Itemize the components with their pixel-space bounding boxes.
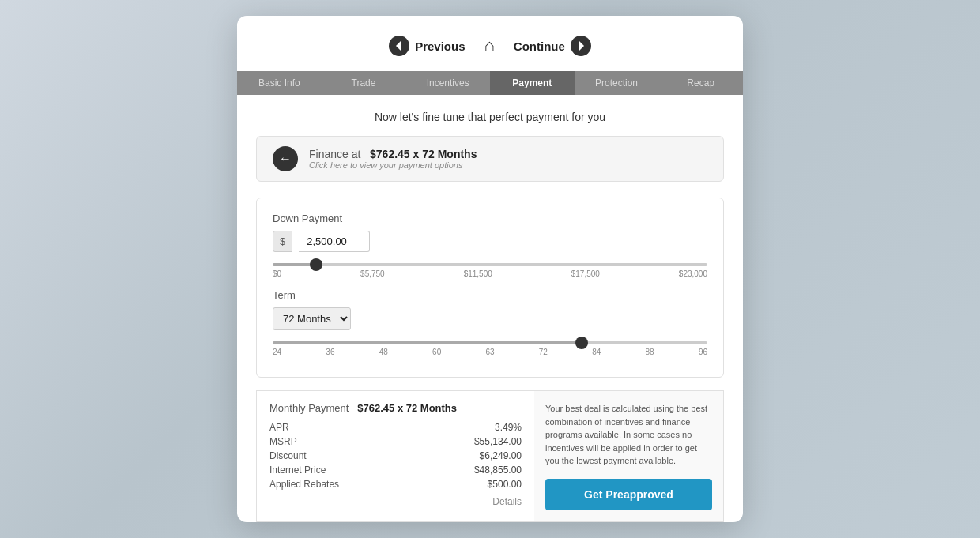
term-label-48: 48 (379, 348, 388, 356)
term-label-96: 96 (699, 348, 707, 356)
term-label-24: 24 (273, 348, 281, 356)
term-slider-labels: 24 36 48 60 63 72 84 88 96 (273, 348, 707, 356)
term-label-88: 88 (646, 348, 654, 356)
down-payment-slider[interactable]: $0 $5,750 $11,500 $17,500 $23,000 (273, 263, 707, 278)
term-input-row: 24 36 48 60 63 72 Months 84 88 96 (273, 307, 707, 330)
previous-label: Previous (415, 40, 465, 53)
info-text: Your best deal is calculated using the b… (545, 402, 712, 468)
down-label-0: $0 (273, 269, 281, 278)
down-label-1: $5,750 (360, 269, 385, 278)
detail-row-msrp: MSRP $55,134.00 (270, 436, 522, 447)
finance-sub: Click here to view your payment options (309, 160, 477, 170)
detail-row-internet-price: Internet Price $48,855.00 (270, 465, 522, 476)
term-label-72: 72 (539, 348, 548, 356)
down-payment-slider-labels: $0 $5,750 $11,500 $17,500 $23,000 (273, 269, 707, 278)
down-payment-label: Down Payment (273, 213, 707, 224)
bottom-panels: Monthly Payment $762.45 x 72 Months APR … (256, 390, 724, 522)
down-label-2: $11,500 (464, 269, 492, 278)
steps-bar: Basic Info Trade Incentives Payment Prot… (237, 71, 743, 95)
finance-main: Finance at $762.45 x 72 Months (309, 148, 477, 160)
internet-price-value: $48,855.00 (474, 465, 522, 476)
previous-icon (388, 35, 410, 57)
discount-label: Discount (270, 450, 307, 461)
step-trade[interactable]: Trade (322, 71, 406, 95)
down-payment-input[interactable] (299, 231, 370, 252)
dollar-sign: $ (273, 231, 292, 252)
step-incentives[interactable]: Incentives (405, 71, 490, 95)
discount-value: $6,249.00 (480, 450, 522, 461)
payment-header: Monthly Payment $762.45 x 72 Months (270, 402, 522, 414)
step-basic-info[interactable]: Basic Info (237, 71, 322, 95)
down-payment-input-row: $ (273, 231, 707, 252)
details-link[interactable]: Details (270, 496, 522, 507)
modal-container: Previous ⌂ Continue Basic Info Trade Inc… (237, 16, 743, 522)
term-label-60: 60 (432, 348, 441, 356)
apr-label: APR (270, 422, 289, 433)
payment-details-panel: Monthly Payment $762.45 x 72 Months APR … (256, 390, 534, 522)
continue-button[interactable]: Continue (514, 35, 592, 57)
apr-value: 3.49% (495, 422, 522, 433)
term-slider[interactable]: 24 36 48 60 63 72 84 88 96 (273, 341, 707, 356)
term-label-84: 84 (592, 348, 601, 356)
down-label-3: $17,500 (571, 269, 600, 278)
info-panel: Your best deal is calculated using the b… (534, 390, 724, 522)
monthly-payment-label: Monthly Payment (270, 402, 349, 414)
term-row: Term (273, 289, 707, 301)
applied-rebates-label: Applied Rebates (270, 479, 339, 490)
monthly-payment-value: $762.45 x 72 Months (357, 402, 457, 414)
main-content: Now let's fine tune that perfect payment… (237, 95, 743, 522)
down-label-4: $23,000 (679, 269, 707, 278)
finance-text: Finance at $762.45 x 72 Months Click her… (309, 148, 477, 170)
detail-row-discount: Discount $6,249.00 (270, 450, 522, 461)
step-recap[interactable]: Recap (658, 71, 743, 95)
internet-price-label: Internet Price (270, 465, 326, 476)
finance-back-icon: ← (273, 146, 298, 171)
continue-label: Continue (514, 40, 565, 53)
finance-card[interactable]: ← Finance at $762.45 x 72 Months Click h… (256, 136, 724, 182)
detail-row-applied-rebates: Applied Rebates $500.00 (270, 479, 522, 490)
step-protection[interactable]: Protection (575, 71, 659, 95)
msrp-value: $55,134.00 (474, 436, 522, 447)
applied-rebates-value: $500.00 (488, 479, 522, 490)
finance-prefix: Finance at (309, 148, 360, 160)
continue-icon (570, 35, 592, 57)
navigation-bar: Previous ⌂ Continue (237, 35, 743, 71)
previous-button[interactable]: Previous (388, 35, 465, 57)
finance-amount-term: $762.45 x 72 Months (370, 148, 477, 160)
term-label: Term (273, 289, 296, 301)
msrp-label: MSRP (270, 436, 297, 447)
preapprove-button[interactable]: Get Preapproved (545, 479, 712, 510)
headline: Now let's fine tune that perfect payment… (256, 111, 724, 123)
term-select[interactable]: 24 36 48 60 63 72 Months 84 88 96 (273, 307, 351, 330)
term-label-63: 63 (485, 348, 494, 356)
term-label-36: 36 (326, 348, 334, 356)
step-payment[interactable]: Payment (490, 71, 575, 95)
detail-row-apr: APR 3.49% (270, 422, 522, 433)
home-icon[interactable]: ⌂ (484, 36, 495, 56)
payment-options-box: Down Payment $ $0 $5,750 $11,500 $17,500… (256, 198, 724, 378)
